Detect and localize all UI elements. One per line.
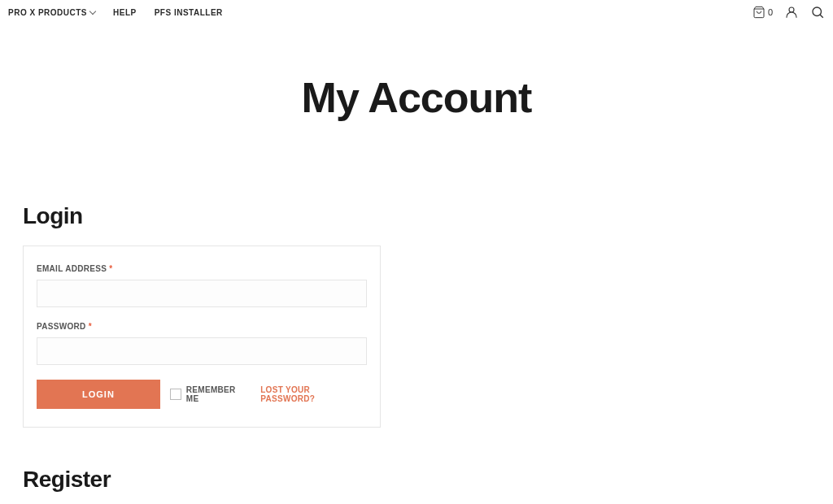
- password-label-text: PASSWORD: [37, 322, 86, 331]
- chevron-down-icon: [89, 7, 96, 14]
- search-icon: [810, 5, 825, 20]
- top-nav: PRO X PRODUCTS HELP PFS INSTALLER 0: [0, 0, 833, 24]
- nav-item-label: PRO X PRODUCTS: [8, 8, 87, 17]
- content: Login EMAIL ADDRESS * PASSWORD * LOGIN R…: [0, 203, 833, 493]
- svg-point-1: [789, 7, 794, 12]
- email-label-text: EMAIL ADDRESS: [37, 264, 107, 273]
- lost-password-link[interactable]: LOST YOUR PASSWORD?: [260, 385, 367, 403]
- cart-icon: [752, 6, 765, 19]
- email-field[interactable]: [37, 280, 367, 307]
- register-heading: Register: [23, 467, 810, 493]
- login-form: EMAIL ADDRESS * PASSWORD * LOGIN REMEMBE…: [23, 245, 381, 428]
- nav-left: PRO X PRODUCTS HELP PFS INSTALLER: [8, 8, 223, 17]
- cart-button[interactable]: 0: [752, 6, 773, 19]
- nav-item-label: HELP: [113, 8, 137, 17]
- required-star: *: [109, 264, 112, 273]
- nav-item-help[interactable]: HELP: [113, 8, 137, 17]
- user-icon: [784, 5, 799, 20]
- page-title: My Account: [0, 73, 833, 122]
- remember-label: REMEMBER ME: [186, 385, 251, 403]
- remember-checkbox[interactable]: [170, 389, 181, 400]
- form-bottom: LOGIN REMEMBER ME LOST YOUR PASSWORD?: [37, 380, 367, 409]
- svg-line-3: [820, 15, 823, 18]
- nav-item-installer[interactable]: PFS INSTALLER: [155, 8, 223, 17]
- account-button[interactable]: [784, 5, 799, 20]
- login-heading: Login: [23, 203, 810, 229]
- nav-item-label: PFS INSTALLER: [155, 8, 223, 17]
- login-button[interactable]: LOGIN: [37, 380, 160, 409]
- nav-right: 0: [752, 5, 825, 20]
- svg-point-2: [813, 7, 822, 16]
- remember-me-wrap[interactable]: REMEMBER ME: [170, 385, 251, 403]
- password-label: PASSWORD *: [37, 322, 367, 331]
- cart-count: 0: [768, 7, 773, 17]
- email-label: EMAIL ADDRESS *: [37, 264, 367, 273]
- register-section: Register: [23, 467, 810, 493]
- password-field[interactable]: [37, 337, 367, 365]
- nav-item-products[interactable]: PRO X PRODUCTS: [8, 8, 95, 17]
- required-star: *: [89, 322, 92, 331]
- search-button[interactable]: [810, 5, 825, 20]
